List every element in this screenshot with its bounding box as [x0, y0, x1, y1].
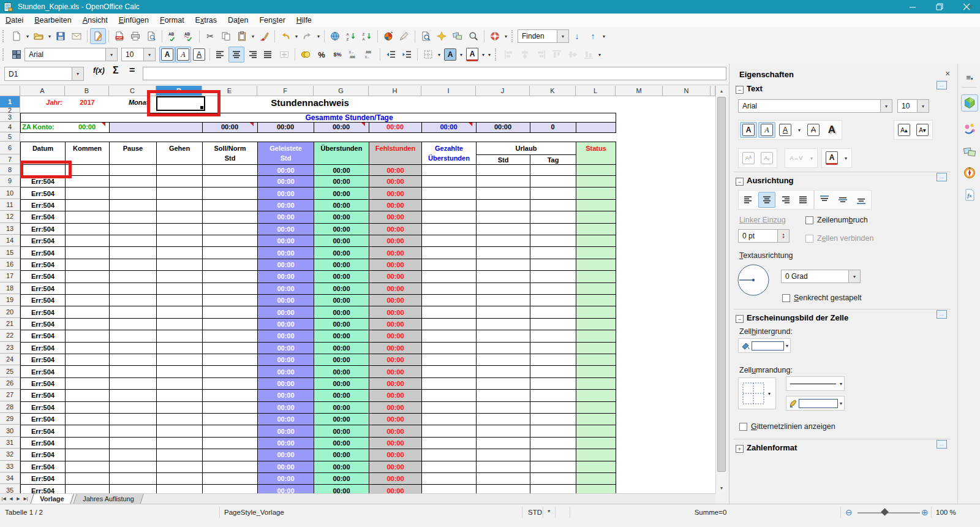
sidebar-strikethrough-icon[interactable]: A: [805, 122, 822, 138]
row-header-17[interactable]: 17: [0, 270, 20, 282]
cell-H24[interactable]: 00:00: [369, 354, 422, 366]
cell-L17[interactable]: [576, 270, 616, 282]
sidebar-tab-navigator[interactable]: N: [961, 164, 978, 181]
cell-G12[interactable]: 00:00: [314, 211, 369, 223]
cell-F8[interactable]: 00:00: [257, 164, 314, 176]
row-header-18[interactable]: 18: [0, 282, 20, 294]
cell-F14[interactable]: 00:00: [257, 235, 314, 247]
cell-D19[interactable]: [156, 294, 203, 306]
vertical-scrollbar-thumb[interactable]: [717, 97, 726, 472]
cell-K10[interactable]: [530, 187, 576, 199]
cell-I9[interactable]: [421, 175, 477, 188]
cell-A19[interactable]: Err:504: [20, 294, 66, 306]
cell-B30[interactable]: [65, 425, 110, 437]
cell-K35[interactable]: [530, 484, 576, 493]
row-header-29[interactable]: 29: [0, 413, 20, 425]
cell-H10[interactable]: 00:00: [369, 187, 422, 199]
menu-hilfe[interactable]: Hilfe: [291, 15, 317, 26]
cell-E11[interactable]: [202, 199, 258, 211]
cell-J26[interactable]: [476, 377, 530, 390]
header-geleistete-std[interactable]: Geleistete Std: [257, 142, 314, 165]
row-header-35[interactable]: 35: [0, 484, 20, 493]
find-toolbar-overflow-icon[interactable]: ▾: [601, 29, 607, 44]
sidebar-underline-dropdown-icon[interactable]: ▾: [795, 122, 804, 138]
cell-D18[interactable]: [156, 282, 203, 295]
scroll-down-icon[interactable]: ▼: [716, 483, 727, 493]
cell-F35[interactable]: 00:00: [257, 484, 314, 493]
cell-K8[interactable]: [530, 164, 576, 176]
cell-K14[interactable]: [530, 235, 576, 247]
export-pdf-icon[interactable]: PDF: [111, 28, 127, 44]
cell-J20[interactable]: [476, 306, 530, 318]
row-header-9[interactable]: 9: [0, 175, 20, 187]
cell-K19[interactable]: [530, 294, 576, 306]
cell-I31[interactable]: [421, 437, 477, 449]
cell-L10[interactable]: [576, 187, 616, 199]
cell-D27[interactable]: [156, 389, 203, 401]
sidebar-italic-icon[interactable]: A: [758, 122, 775, 138]
cell-L31[interactable]: [576, 437, 616, 449]
cell-E21[interactable]: [202, 318, 258, 330]
cell-H26[interactable]: 00:00: [369, 377, 422, 390]
row-header-24[interactable]: 24: [0, 354, 20, 365]
menu-extras[interactable]: Extras: [190, 15, 222, 26]
header-status[interactable]: Status: [576, 142, 616, 165]
cell-C18[interactable]: [109, 282, 157, 295]
function-wizard-icon[interactable]: f(x): [93, 66, 105, 75]
cell-D26[interactable]: [156, 377, 203, 390]
row-header-13[interactable]: 13: [0, 223, 20, 235]
sidebar-underline-icon[interactable]: A: [777, 122, 794, 138]
cell-J33[interactable]: [476, 461, 530, 473]
cell-C20[interactable]: [109, 306, 157, 318]
header-urlaub-tag[interactable]: Tag: [530, 154, 576, 165]
cell-G10[interactable]: 00:00: [314, 187, 369, 199]
cell-I20[interactable]: [421, 306, 477, 318]
cell-F29[interactable]: 00:00: [257, 413, 314, 425]
row-header-25[interactable]: 25: [0, 365, 20, 377]
cell-B12[interactable]: [65, 211, 110, 223]
cell-G17[interactable]: 00:00: [314, 270, 369, 282]
overflow-dropdown-icon[interactable]: ▾: [503, 29, 509, 44]
borders-dropdown-icon[interactable]: ▾: [436, 47, 442, 62]
minimize-button[interactable]: [899, 0, 926, 13]
cell-C34[interactable]: [109, 472, 157, 485]
cell-E35[interactable]: [202, 484, 258, 493]
sidebar-font-size-combo[interactable]: 10▾: [897, 99, 929, 113]
expand-number-format-icon[interactable]: +: [736, 445, 744, 453]
cell-I11[interactable]: [421, 199, 477, 211]
cell-K27[interactable]: [530, 389, 576, 401]
cell-I15[interactable]: [421, 246, 477, 259]
row-header-6[interactable]: 6: [0, 142, 20, 154]
copy-icon[interactable]: [218, 28, 234, 44]
cell-I18[interactable]: [421, 282, 477, 295]
cell-L30[interactable]: [576, 425, 616, 437]
cell-K28[interactable]: [530, 401, 576, 414]
cell-K24[interactable]: [530, 354, 576, 366]
row-header-10[interactable]: 10: [0, 187, 20, 199]
cell-L9[interactable]: [576, 175, 616, 188]
cell-I23[interactable]: [421, 342, 477, 354]
zoom-in-icon[interactable]: ⊕: [921, 507, 929, 517]
cell-L27[interactable]: [576, 389, 616, 401]
cell-K30[interactable]: [530, 425, 576, 437]
sidebar-center-vertically-icon[interactable]: [834, 192, 851, 208]
cell-E29[interactable]: [202, 413, 258, 425]
row-header-14[interactable]: 14: [0, 235, 20, 246]
cell-B29[interactable]: [65, 413, 110, 425]
currency-icon[interactable]: [298, 47, 314, 63]
undo-dropdown-icon[interactable]: ▾: [293, 29, 300, 44]
row-header-34[interactable]: 34: [0, 472, 20, 484]
cell-E15[interactable]: [202, 246, 258, 259]
menu-bearbeiten[interactable]: Bearbeiten: [29, 15, 77, 26]
cell-G23[interactable]: 00:00: [314, 342, 369, 354]
cell-B18[interactable]: [65, 282, 110, 295]
cell-G34[interactable]: 00:00: [314, 472, 369, 485]
name-box-dropdown-icon[interactable]: ▾: [72, 67, 83, 80]
navigator-icon[interactable]: [434, 28, 450, 44]
cell-A14[interactable]: Err:504: [20, 235, 66, 247]
collapse-cell-appearance-icon[interactable]: −: [736, 315, 744, 323]
cell-F13[interactable]: 00:00: [257, 223, 314, 235]
cell-C23[interactable]: [109, 342, 157, 354]
cell-I21[interactable]: [421, 318, 477, 330]
cell-B23[interactable]: [65, 342, 110, 354]
